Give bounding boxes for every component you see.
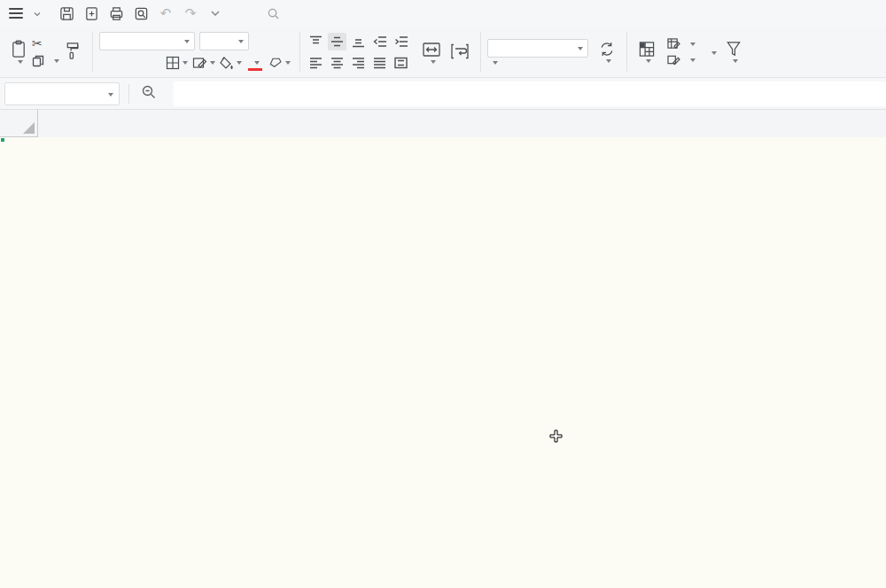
font-name-select[interactable] — [99, 32, 195, 50]
cell-style-icon — [667, 54, 680, 66]
font-color-button[interactable] — [246, 54, 264, 72]
print-icon[interactable] — [108, 5, 124, 21]
decrease-font-button[interactable] — [276, 33, 293, 50]
eraser-button[interactable] — [268, 54, 291, 72]
select-all-triangle-icon — [23, 122, 35, 134]
spreadsheet — [0, 110, 886, 588]
alignment-group — [307, 30, 410, 74]
clipboard-group: ✂ — [5, 30, 86, 74]
currency-button[interactable] — [490, 61, 498, 65]
cell-style-button[interactable] — [667, 54, 696, 66]
distribute-icon[interactable] — [392, 54, 410, 72]
type-convert-icon — [598, 41, 616, 58]
increase-indent-icon[interactable] — [392, 33, 410, 50]
sum-button[interactable] — [704, 30, 721, 74]
save-icon[interactable] — [58, 5, 74, 21]
merge-center-button[interactable] — [417, 41, 446, 64]
filter-button[interactable] — [721, 30, 746, 74]
increase-font-button[interactable] — [253, 33, 271, 50]
export-icon[interactable] — [83, 5, 99, 21]
conditional-format-button[interactable] — [633, 30, 660, 74]
align-center-icon[interactable] — [328, 54, 346, 72]
paste-button[interactable] — [5, 40, 32, 64]
zoom-magnifier-icon[interactable] — [142, 85, 156, 103]
align-right-icon[interactable] — [349, 54, 368, 72]
copy-icon — [32, 55, 44, 67]
align-left-icon[interactable] — [307, 54, 325, 72]
merge-group — [417, 30, 474, 74]
redo-icon[interactable]: ↷ — [183, 5, 198, 21]
eraser-icon — [268, 57, 283, 69]
command-search[interactable] — [268, 8, 284, 19]
fill-bucket-icon — [220, 56, 234, 70]
align-bottom-icon[interactable] — [349, 33, 368, 50]
filter-funnel-icon — [726, 41, 742, 58]
font-group — [99, 30, 293, 74]
fill-color-button[interactable] — [220, 54, 242, 72]
print-preview-icon[interactable] — [133, 5, 149, 21]
number-group — [487, 30, 588, 74]
borders-icon — [166, 56, 180, 70]
formula-input[interactable] — [174, 81, 886, 106]
bold-button[interactable] — [99, 54, 117, 72]
draw-border-button[interactable] — [192, 54, 215, 72]
copy-button[interactable] — [32, 55, 59, 67]
justify-icon[interactable] — [370, 54, 389, 72]
borders-button[interactable] — [166, 54, 188, 72]
merge-center-icon — [422, 41, 441, 58]
conditional-format-icon — [638, 41, 656, 58]
scissors-icon: ✂ — [32, 36, 43, 50]
name-box[interactable] — [4, 82, 120, 105]
column-header-row — [0, 110, 886, 137]
file-chevron-down-icon[interactable] — [34, 11, 41, 18]
menu-bar: ↶ ↷ — [0, 0, 886, 27]
toolbar-more-icon[interactable] — [207, 5, 223, 21]
font-size-select[interactable] — [199, 32, 249, 50]
align-top-icon[interactable] — [307, 33, 325, 50]
wrap-text-icon — [450, 43, 470, 60]
selection-fill-handle[interactable] — [0, 137, 5, 143]
select-all-corner[interactable] — [0, 110, 38, 137]
type-convert-button[interactable] — [594, 30, 620, 74]
number-format-select[interactable] — [487, 39, 588, 58]
cut-button[interactable]: ✂ — [32, 36, 59, 50]
ribbon-toolbar: ✂ — [0, 27, 886, 78]
align-middle-icon[interactable] — [328, 33, 346, 50]
underline-button[interactable] — [144, 54, 161, 72]
wrap-text-button[interactable] — [446, 43, 474, 62]
undo-icon[interactable]: ↶ — [158, 5, 174, 21]
format-painter-button[interactable] — [59, 42, 86, 62]
brush-icon — [64, 42, 82, 60]
quick-access-toolbar: ↶ ↷ — [58, 5, 223, 21]
formula-bar — [0, 78, 886, 110]
italic-button[interactable] — [121, 54, 139, 72]
table-style-button[interactable] — [667, 38, 696, 50]
draw-border-icon — [192, 56, 207, 70]
decrease-indent-icon[interactable] — [370, 33, 389, 50]
table-style-icon — [667, 38, 680, 50]
hamburger-menu-icon[interactable] — [9, 8, 23, 19]
selection-box — [0, 137, 4, 141]
